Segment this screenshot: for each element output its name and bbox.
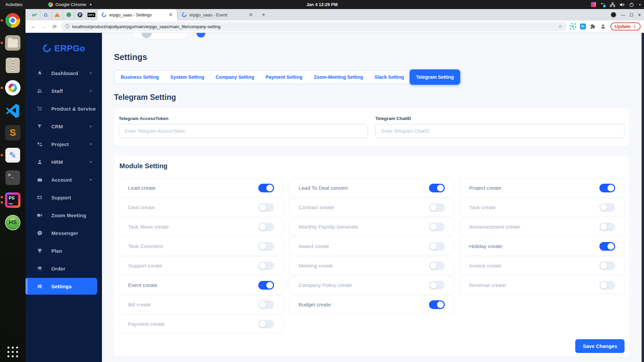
save-changes-button[interactable]: Save Changes: [575, 339, 625, 353]
extensions-puzzle-icon[interactable]: [589, 22, 597, 31]
chevron-right-icon: [90, 72, 92, 74]
close-tab-icon[interactable]: ✕: [168, 12, 174, 18]
sidebar-item-dashboard[interactable]: Dashboard: [25, 65, 97, 81]
sidebar-item-messenger[interactable]: Messenger: [25, 225, 97, 241]
dock-archive-manager[interactable]: [5, 57, 21, 73]
toggle-task-create[interactable]: [599, 203, 615, 212]
erpgo-brand[interactable]: ERPGo: [25, 33, 102, 64]
tab-company-setting[interactable]: Company Setting: [210, 70, 260, 84]
sidebar-item-zoom-meeting[interactable]: Zoom Meeting: [25, 207, 97, 224]
activities-button[interactable]: Activities: [0, 0, 28, 9]
toggle-bill-create[interactable]: [258, 300, 274, 309]
toggle-company-policy-create[interactable]: [429, 281, 445, 290]
tab-slack-setting[interactable]: Slack Setting: [369, 70, 410, 84]
minimize-button[interactable]: —: [621, 12, 625, 17]
reload-button[interactable]: ⟳: [50, 22, 59, 31]
dock-terminal[interactable]: >_: [5, 170, 21, 186]
browser-menu-icon[interactable]: ⋮: [633, 24, 637, 29]
dock-files[interactable]: [5, 35, 21, 51]
extension-n[interactable]: N: [569, 22, 577, 31]
toggle-invoice-create[interactable]: [599, 261, 615, 270]
network-icon[interactable]: [610, 2, 615, 7]
pinned-tab-green-app[interactable]: [63, 10, 74, 19]
sidebar-item-settings[interactable]: Settings: [25, 278, 97, 295]
clock[interactable]: Jan 4 12:29 PM: [306, 2, 337, 7]
telegram-chat-id-input[interactable]: [375, 124, 625, 138]
volume-icon[interactable]: [620, 2, 625, 7]
url-text[interactable]: localhost/product/rajodiya/erpgo/main/er…: [72, 24, 555, 29]
dock-slack[interactable]: [5, 80, 21, 96]
toggle-payment-create[interactable]: [258, 320, 274, 328]
toggle-task-move-create[interactable]: [258, 223, 274, 231]
toggle-award-create[interactable]: [429, 242, 445, 251]
page-scrollbar[interactable]: [641, 33, 644, 362]
dock-vscode[interactable]: [5, 102, 21, 118]
bookmark-star-icon[interactable]: ☆: [558, 23, 562, 29]
sidebar-item-project[interactable]: Project: [25, 136, 97, 153]
main-content: Settings Business Setting System Setting…: [102, 33, 644, 362]
tab-system-setting[interactable]: System Setting: [165, 70, 210, 84]
extension-fi[interactable]: FI: [579, 22, 587, 31]
toggle-contract-create[interactable]: [429, 203, 445, 212]
toggle-lead-create[interactable]: [258, 184, 274, 192]
toggle-meeting-create[interactable]: [429, 261, 445, 270]
tray-chevron-icon[interactable]: ▾: [639, 3, 641, 6]
update-chrome-button[interactable]: Update ⋮: [610, 22, 641, 31]
p-app-favicon: P: [77, 12, 83, 17]
close-tab-icon[interactable]: ✕: [248, 12, 254, 18]
power-icon[interactable]: [629, 2, 634, 7]
tab-payment-setting[interactable]: Payment Setting: [260, 70, 308, 84]
pinned-tab-devto[interactable]: DEV: [86, 10, 97, 19]
sidebar-item-support[interactable]: Support: [25, 189, 97, 206]
pinned-tab-p-app[interactable]: P: [74, 10, 86, 19]
maximize-button[interactable]: [630, 13, 633, 16]
toggle-announcement-create[interactable]: [599, 223, 615, 231]
toggle-holiday-create[interactable]: [599, 242, 615, 251]
toggle-deal-create[interactable]: [258, 203, 274, 212]
app-indicator-icon[interactable]: [591, 2, 596, 7]
sidebar-item-hrm[interactable]: HRM: [25, 154, 97, 170]
back-button[interactable]: ←: [29, 22, 38, 31]
recording-indicator-icon[interactable]: [611, 12, 616, 17]
dock-heidisql[interactable]: HS: [5, 215, 21, 231]
site-info-icon[interactable]: ⓘ: [65, 23, 69, 29]
toggle-task-comment[interactable]: [258, 242, 274, 251]
dock-phpstorm[interactable]: PS: [5, 192, 21, 208]
sidebar-item-crm[interactable]: CRM: [25, 118, 97, 135]
telegram-access-token-input[interactable]: [119, 124, 368, 138]
close-window-button[interactable]: ✕: [638, 12, 641, 17]
toggle-monthly-payslip-generate[interactable]: [429, 223, 445, 231]
dock-text-editor[interactable]: ✎: [5, 147, 21, 163]
address-bar[interactable]: ⓘ localhost/product/rajodiya/erpgo/main/…: [61, 22, 567, 31]
sidebar-item-product-service[interactable]: Product & Service: [25, 100, 97, 117]
pinned-tab-google[interactable]: G: [40, 10, 52, 19]
toggle-lead-to-deal-convert[interactable]: [429, 184, 445, 192]
dock-chrome[interactable]: [5, 12, 21, 28]
toggle-event-create[interactable]: [258, 281, 274, 290]
sidebar-item-plan[interactable]: Plan: [25, 242, 97, 259]
tab-business-setting[interactable]: Business Setting: [115, 70, 165, 84]
pinned-tab-phpmyadmin[interactable]: [52, 10, 63, 19]
tab-settings[interactable]: erpgo_saas - Settings ✕: [97, 9, 177, 20]
toggle-project-create[interactable]: [599, 184, 615, 192]
profile-avatar-icon[interactable]: [599, 22, 607, 31]
sidebar-item-account[interactable]: Account: [25, 171, 97, 188]
person-icon: [36, 159, 43, 165]
toggle-revenue-create[interactable]: [599, 281, 615, 290]
app-menu[interactable]: Google Chrome ▼: [48, 2, 92, 7]
toggle-budget-create[interactable]: [429, 300, 445, 309]
app-menu-label: Google Chrome: [55, 2, 86, 7]
toggle-support-create[interactable]: [258, 261, 274, 270]
forward-button[interactable]: →: [40, 22, 48, 31]
tab-event[interactable]: erpgo_saas - Event ✕: [177, 9, 257, 20]
sidebar-item-staff[interactable]: Staff: [25, 82, 97, 99]
tab-zoom-meeting-setting[interactable]: Zoom-Meeting Setting: [308, 70, 369, 84]
pinned-tab-w3schools[interactable]: w³: [29, 10, 40, 19]
new-tab-button[interactable]: +: [259, 10, 268, 19]
show-applications-button[interactable]: [7, 347, 18, 357]
slack-indicator-icon[interactable]: [600, 2, 605, 7]
trophy-icon: [36, 247, 43, 254]
sidebar-item-order[interactable]: Order: [25, 260, 97, 277]
tab-telegram-setting[interactable]: Telegram Setting: [410, 69, 460, 85]
dock-sublime[interactable]: S: [5, 125, 21, 141]
